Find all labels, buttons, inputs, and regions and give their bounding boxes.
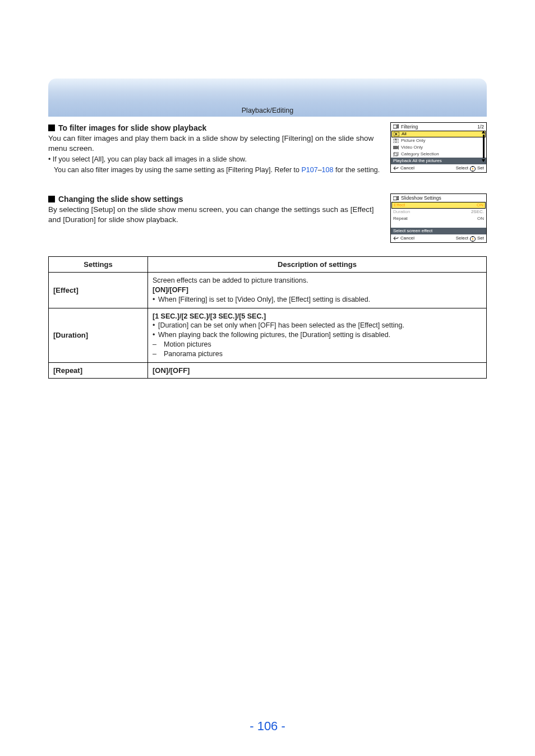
square-bullet-icon — [48, 125, 55, 131]
svg-rect-12 — [394, 152, 398, 155]
mini-filtering-footer: Cancel Select Set — [391, 164, 486, 172]
svg-point-8 — [395, 140, 397, 142]
square-bullet-icon — [48, 196, 55, 202]
effect-line2: [ON]/[OFF] — [153, 285, 482, 295]
section-change-heading-text: Changing the slide show settings — [58, 195, 183, 204]
svg-rect-21 — [397, 197, 398, 199]
effect-line1: Screen effects can be added to picture t… — [153, 276, 482, 285]
mini-filtering-cancel: Cancel — [400, 166, 414, 170]
mini-settings-row-repeat-value: ON — [477, 216, 484, 221]
table-row-effect-desc: Screen effects can be added to picture t… — [148, 272, 487, 308]
svg-rect-11 — [393, 153, 397, 156]
video-icon — [393, 145, 399, 150]
mini-settings-row-duration: Duration 2SEC. — [391, 209, 486, 215]
table-header-row: Settings Description of settings — [49, 256, 487, 272]
svg-point-24 — [472, 238, 473, 239]
header-title: Playback/Editing — [0, 107, 535, 114]
table-header-settings: Settings — [49, 256, 148, 272]
svg-rect-2 — [397, 126, 398, 127]
svg-marker-18 — [482, 159, 485, 162]
mini-filtering-item-category-label: Category Selection — [401, 152, 439, 156]
duration-line4: Motion pictures — [153, 340, 482, 349]
duration-line5: Panorama pictures — [153, 349, 482, 359]
section-change-heading: Changing the slide show settings — [48, 195, 382, 204]
repeat-line1: [ON]/[OFF] — [153, 366, 190, 375]
mini-filtering-page: 1/2 — [477, 125, 484, 130]
chevron-up-icon — [482, 131, 485, 134]
section-filter-bullet-2-tail: for the setting. — [333, 166, 380, 174]
mini-settings-set: Set — [477, 236, 484, 241]
svg-rect-22 — [397, 199, 398, 200]
duration-line1: [1 SEC.]/[2 SEC.]/[3 SEC.]/[5 SEC.] — [153, 312, 482, 321]
section-filter-para: You can filter images and play them back… — [48, 133, 382, 154]
settings-table: Settings Description of settings [Effect… — [48, 256, 487, 379]
mini-settings-title-row: Slideshow Settings — [391, 194, 486, 202]
mini-settings-row-duration-value: 2SEC. — [471, 210, 484, 214]
mini-settings-footer: Cancel Select Set — [391, 234, 486, 242]
svg-marker-5 — [395, 133, 398, 135]
mini-settings-hint: Select screen effect — [391, 228, 486, 234]
dpad-icon — [470, 236, 476, 241]
mini-filtering-item-video: Video Only — [391, 144, 486, 151]
mini-filtering-screenshot: Filtering 1/2 All Picture Only Vid — [390, 122, 487, 173]
svg-rect-0 — [393, 125, 397, 128]
mini-settings-row-effect-label: Effect — [394, 203, 405, 208]
play-icon — [394, 132, 399, 136]
table-row-repeat-name: [Repeat] — [49, 362, 148, 378]
section-filter-heading: To filter images for slide show playback — [48, 123, 382, 132]
table-row-duration-desc: [1 SEC.]/[2 SEC.]/[3 SEC.]/[5 SEC.] [Dur… — [148, 308, 487, 362]
duration-line3: When playing back the following pictures… — [153, 330, 482, 340]
mini-settings-cancel: Cancel — [400, 236, 414, 241]
table-row-duration: [Duration] [1 SEC.]/[2 SEC.]/[3 SEC.]/[5… — [49, 308, 487, 362]
mini-filtering-scrollbar — [482, 131, 485, 162]
link-108[interactable]: 108 — [322, 166, 334, 174]
table-row-effect-name: [Effect] — [49, 272, 148, 308]
page-number: - 106 - — [0, 719, 535, 734]
svg-marker-10 — [397, 145, 399, 150]
mini-settings-row-effect: Effect ON — [391, 202, 486, 209]
mini-settings-select: Select — [456, 236, 468, 241]
link-p107[interactable]: P107 — [301, 166, 317, 174]
slideshow-icon — [393, 125, 399, 129]
mini-settings-screenshot: Slideshow Settings Effect ON Duration 2S… — [390, 193, 487, 243]
section-filter-bullet-2-text: You can also filter images by using the … — [54, 166, 301, 174]
slideshow-icon — [393, 196, 399, 201]
table-row-repeat: [Repeat] [ON]/[OFF] — [49, 362, 487, 378]
section-filter-bullet-1: • If you select [All], you can play back… — [48, 155, 382, 164]
category-icon — [393, 152, 399, 156]
effect-line3: When [Filtering] is set to [Video Only],… — [153, 295, 482, 305]
section-filter-bullet-2: You can also filter images by using the … — [54, 165, 382, 175]
section-filter-heading-text: To filter images for slide show playback — [58, 123, 206, 132]
table-row-duration-name: [Duration] — [49, 308, 148, 362]
mini-filtering-select: Select — [456, 166, 468, 170]
mini-settings-title: Slideshow Settings — [401, 196, 441, 201]
mini-filtering-item-picture: Picture Only — [391, 137, 486, 144]
mini-filtering-title: Filtering — [401, 125, 418, 130]
mini-filtering-item-all: All — [391, 131, 486, 137]
svg-rect-9 — [393, 146, 397, 149]
svg-rect-3 — [397, 127, 398, 128]
table-header-description: Description of settings — [148, 256, 487, 272]
dash: – — [318, 166, 322, 174]
svg-rect-20 — [397, 196, 398, 197]
dpad-icon — [470, 166, 476, 170]
mini-filtering-item-category: Category Selection — [391, 151, 486, 158]
mini-filtering-hint: Playback All the pictures — [391, 158, 486, 164]
camera-icon — [393, 139, 399, 143]
duration-line2: [Duration] can be set only when [OFF] ha… — [153, 321, 482, 330]
svg-rect-1 — [397, 125, 398, 126]
mini-settings-row-duration-label: Duration — [393, 210, 410, 214]
mini-settings-row-effect-value: ON — [477, 203, 483, 208]
table-row-effect: [Effect] Screen effects can be added to … — [49, 272, 487, 308]
mini-filtering-item-picture-label: Picture Only — [401, 139, 426, 143]
chevron-down-icon — [482, 159, 485, 162]
svg-rect-19 — [393, 196, 397, 200]
section-filter-bullet-1-text: If you select [All], you can play back a… — [53, 155, 247, 163]
mini-filtering-set: Set — [477, 166, 484, 170]
svg-point-14 — [472, 168, 473, 169]
mini-settings-row-repeat-label: Repeat — [393, 216, 408, 221]
mini-settings-row-repeat: Repeat ON — [391, 215, 486, 222]
table-row-repeat-desc: [ON]/[OFF] — [148, 362, 487, 378]
svg-marker-17 — [482, 131, 485, 133]
section-change-para: By selecting [Setup] on the slide show m… — [48, 205, 382, 225]
